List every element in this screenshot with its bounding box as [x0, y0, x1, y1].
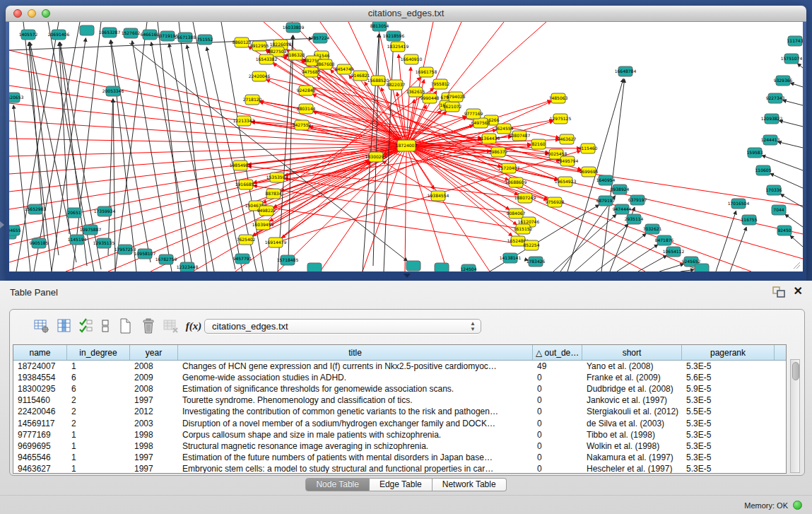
graph-edge [132, 41, 172, 271]
table-cell: Structural magnetic resonance image aver… [178, 441, 533, 451]
table-cell: 18300295 [13, 384, 67, 394]
graph-node[interactable] [307, 263, 322, 271]
table-row[interactable]: 946362711997Embryonic stem cells: a mode… [13, 463, 786, 474]
table-row[interactable]: 1830029562008Estimation of significance … [13, 383, 786, 395]
graph-node-label: 7625402 [237, 237, 256, 242]
column-header-name[interactable]: name [13, 345, 67, 360]
table-cell: 2008 [130, 384, 178, 394]
table-row[interactable]: 911546021997Tourette syndrome. Phenomeno… [13, 395, 786, 406]
graph-node-label: 9084067 [507, 211, 526, 216]
float-panel-icon[interactable] [772, 286, 785, 298]
table-cell: 5.5E-5 [682, 407, 775, 416]
graph-node-label: 9827503 [268, 49, 287, 54]
table-cell: Corpus callosum shape and size in male p… [178, 430, 533, 440]
column-header-year[interactable]: year [130, 345, 178, 360]
graph-node-label: 8813054 [370, 23, 389, 28]
table-selector-dropdown[interactable]: citations_edges.txt ▲▼ [204, 319, 481, 334]
graph-node-label: 18807249 [514, 195, 536, 200]
row-height-button[interactable] [96, 317, 114, 335]
graph-node-label: 1362615 [406, 89, 425, 94]
table-row[interactable]: 2242004622012Investigating the contribut… [13, 406, 786, 417]
table-cell: 5.6E-5 [682, 373, 775, 382]
graph-node-label: 9457791 [233, 256, 252, 261]
graph-node-label: 12975125 [550, 116, 572, 121]
graph-edge [778, 142, 803, 148]
network-view-canvas[interactable]: 1872400788601238912955182260589827503165… [9, 22, 803, 271]
table-row[interactable]: 977716911998Corpus callosum shape and si… [13, 429, 786, 440]
graph-node-label: 18495794 [557, 158, 579, 163]
table-panel: Table Panel ✕ [0, 281, 812, 514]
table-cell: Changes of HCN gene expression and I(f) … [178, 361, 533, 371]
column-header-pagerank[interactable]: pagerank [682, 345, 775, 360]
column-header-out_de[interactable]: △ out_de… [533, 345, 582, 360]
table-cell: 9465546 [13, 452, 67, 462]
graph-node-label: 751552 [197, 37, 213, 42]
scrollbar-thumb[interactable] [792, 362, 799, 380]
graph-edge [406, 146, 751, 271]
graph-node-label: 110605 [755, 168, 772, 173]
graph-node[interactable] [80, 25, 94, 35]
table-cell: 5.3E-5 [682, 361, 775, 371]
graph-node-label: 16033809 [283, 25, 305, 30]
graph-node-label: 16961758 [416, 69, 437, 74]
graph-node[interactable] [406, 261, 420, 271]
dropdown-arrows-icon: ▲▼ [470, 321, 476, 332]
close-panel-icon[interactable]: ✕ [794, 285, 803, 298]
graph-node-label: 12323448 [177, 264, 199, 269]
column-header-in_degree[interactable]: in_degree [67, 345, 130, 360]
table-row[interactable]: 1938455462009Genome-wide association stu… [13, 372, 786, 383]
node-table[interactable]: namein_degreeyeartitle△ out_de…shortpage… [13, 344, 787, 474]
table-options-button[interactable] [33, 317, 51, 335]
graph-edge [313, 94, 406, 146]
window-titlebar[interactable]: citations_edges.txt [6, 6, 806, 22]
memory-status-label: Memory: OK [744, 501, 788, 510]
table-cell: 49 [533, 361, 582, 371]
show-columns-button[interactable] [55, 317, 73, 335]
create-table-button[interactable] [116, 317, 134, 335]
left-edge-marker [0, 221, 4, 228]
select-rows-button[interactable] [77, 317, 95, 335]
graph-edge [158, 22, 186, 271]
graph-node-label: 8471876 [655, 238, 674, 243]
table-cell: 1 [67, 441, 130, 451]
graph-node-label: 9146821 [351, 73, 370, 78]
graph-node-label: 14138141 [500, 255, 522, 260]
graph-node-label: 12093822 [761, 116, 783, 121]
column-header-short[interactable]: short [582, 345, 682, 360]
graph-node-label: 16543382 [256, 57, 278, 62]
graph-node-label: 16782759 [155, 257, 177, 262]
tab-network-table[interactable]: Network Table [433, 478, 507, 491]
function-builder-button[interactable]: f(x) [184, 317, 203, 335]
column-header-title[interactable]: title [178, 345, 533, 360]
graph-node-label: 19218596 [383, 33, 405, 38]
graph-node-label: 8427552 [293, 122, 312, 127]
table-row[interactable]: 1456911722003Disruption of a novel membe… [13, 417, 786, 428]
table-cell: 1998 [130, 441, 178, 451]
table-row[interactable]: 946554611997Estimation of the future num… [13, 452, 786, 463]
table-cell: 0 [533, 407, 582, 416]
graph-node-label: 10807487 [509, 133, 531, 138]
graph-node-label: 1145194 [68, 237, 87, 242]
graph-node-label: 7032621 [643, 226, 662, 231]
table-row[interactable]: 969969511998Structural magnetic resonanc… [13, 440, 786, 452]
graph-node-label: 9245652 [682, 259, 701, 264]
network-window: citations_edges.txt 18724007886012389129… [6, 6, 806, 281]
graph-edge [169, 44, 214, 271]
table-selector-value: citations_edges.txt [212, 321, 288, 332]
graph-node[interactable] [435, 263, 449, 271]
graph-node[interactable] [695, 264, 709, 271]
table-panel-body: f(x) citations_edges.txt ▲▼ namein_degre… [9, 309, 805, 476]
tab-node-table[interactable]: Node Table [305, 478, 370, 491]
pane-splitter-handle[interactable] [404, 274, 411, 278]
table-cell: 5.3E-5 [682, 430, 775, 440]
graph-node-label: 6497568 [471, 120, 490, 125]
graph-node-label: 21364436 [478, 136, 500, 141]
graph-node-label: 116755 [741, 217, 758, 222]
table-cell: 0 [533, 419, 582, 428]
canvas-resize-grip[interactable] [794, 262, 800, 269]
graph-node-label: 92450 [777, 228, 791, 233]
table-vertical-scrollbar[interactable] [790, 359, 800, 473]
delete-table-button[interactable] [139, 317, 158, 335]
table-row[interactable]: 1872400712008Changes of HCN gene express… [13, 361, 786, 372]
tab-edge-table[interactable]: Edge Table [370, 478, 433, 491]
